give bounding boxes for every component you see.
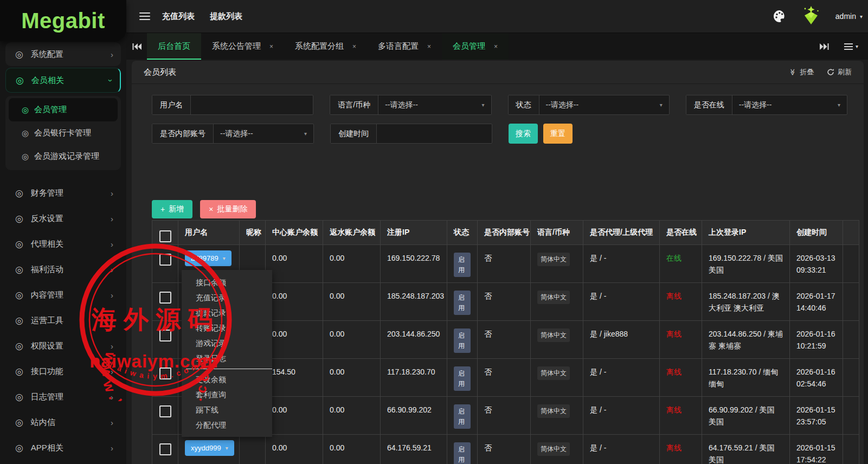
ring-icon: ◎ xyxy=(15,239,23,250)
theme-palette-icon[interactable] xyxy=(773,9,787,23)
row-checkbox[interactable] xyxy=(159,368,171,379)
filter-form: 用户名 语言/币种 --请选择-- ▾ 状态 --请选择-- ▾ xyxy=(132,84,864,144)
tab-member-manage[interactable]: 会员管理 × xyxy=(442,33,509,60)
sidebar-item-agent[interactable]: ◎代理相关› xyxy=(5,232,121,256)
internal-cell: 否 xyxy=(478,397,531,435)
sidebar-item-content[interactable]: ◎内容管理› xyxy=(5,283,121,307)
topbar: 充值列表 提款列表 admin ▾ xyxy=(126,0,868,33)
center-balance-cell: 154.50 xyxy=(266,359,323,397)
sidebar-item-member-game-records[interactable]: ◎ 会员游戏记录管理 xyxy=(9,145,118,168)
close-icon[interactable]: × xyxy=(494,43,498,50)
last-login-ip-cell: 64.176.59.21 / 美国 美国 xyxy=(702,435,790,464)
ring-icon: ◎ xyxy=(15,366,23,377)
ring-icon: ◎ xyxy=(15,188,23,199)
sidebar-item-welfare[interactable]: ◎福利活动› xyxy=(5,257,121,281)
page-title: 会员列表 xyxy=(144,67,176,78)
username-dropdown-button[interactable]: xyydd999▾ xyxy=(185,440,234,456)
close-icon[interactable]: × xyxy=(269,43,273,50)
search-button[interactable]: 搜索 xyxy=(509,124,538,144)
select-all-checkbox[interactable] xyxy=(159,230,171,242)
filter-internal-account[interactable]: 是否内部账号 --请选择-- ▾ xyxy=(152,124,314,144)
topbar-nav: 充值列表 提款列表 xyxy=(162,11,242,22)
table-toolbar: + 新增 × 批量删除 xyxy=(152,200,864,218)
agent-cell: 是 / - xyxy=(583,435,660,464)
add-button[interactable]: + 新增 xyxy=(152,200,192,218)
diamond-icon[interactable] xyxy=(800,5,822,28)
sidebar: Megabit ◎ 系统配置 › ◎ 会员相关 › ◎ 会员管理 ◎ 会员银行卡 xyxy=(0,0,126,464)
menu-item-transfer-records[interactable]: 转账记录 xyxy=(182,320,272,336)
filter-created-time: 创建时间 xyxy=(330,124,492,144)
sidebar-item-rebate[interactable]: ◎反水设置› xyxy=(5,207,121,230)
refresh-button[interactable]: 刷新 xyxy=(827,67,852,77)
chevron-right-icon: › xyxy=(111,265,113,274)
sidebar-toggle-icon[interactable] xyxy=(139,12,150,20)
sidebar-item-site-message[interactable]: ◎站内信› xyxy=(5,410,121,434)
row-checkbox[interactable] xyxy=(159,254,171,266)
created-time-input[interactable] xyxy=(383,129,485,139)
sidebar-item-api-functions[interactable]: ◎接口功能› xyxy=(5,359,121,383)
online-status: 离线 xyxy=(666,405,681,414)
sidebar-submenu-member: ◎ 会员管理 ◎ 会员银行卡管理 ◎ 会员游戏记录管理 xyxy=(5,96,121,170)
menu-item-arbitrage-query[interactable]: 套利查询 xyxy=(182,387,272,402)
sidebar-item-finance[interactable]: ◎财务管理› xyxy=(5,181,121,205)
language-badge: 简体中文 xyxy=(537,253,570,266)
close-icon[interactable]: × xyxy=(352,43,356,50)
tab-options-icon[interactable]: ▾ xyxy=(844,43,858,50)
sidebar-item-operation-tools[interactable]: ◎运营工具› xyxy=(5,308,121,332)
last-login-ip-cell: 66.90.99.202 / 美国 美国 xyxy=(702,397,790,435)
register-ip-cell: 169.150.222.78 xyxy=(381,245,447,283)
tab-dashboard[interactable]: 后台首页 xyxy=(147,33,201,60)
register-ip-cell: 185.248.187.203 xyxy=(381,283,447,321)
menu-item-recharge-records[interactable]: 充值记录 xyxy=(182,290,272,305)
sidebar-item-system-config[interactable]: ◎ 系统配置 › xyxy=(5,42,121,66)
agent-cell: 是 / - xyxy=(583,245,660,283)
filter-status[interactable]: 状态 --请选择-- ▾ xyxy=(508,95,670,115)
menu-item-withdraw-records[interactable]: 提款记录 xyxy=(182,305,272,320)
nav-withdraw-list[interactable]: 提款列表 xyxy=(210,11,242,22)
sidebar-item-logs[interactable]: ◎日志管理› xyxy=(5,385,121,409)
filter-language[interactable]: 语言/币种 --请选择-- ▾ xyxy=(330,95,491,115)
nav-recharge-list[interactable]: 充值列表 xyxy=(162,11,195,22)
reset-button[interactable]: 重置 xyxy=(543,124,573,144)
scroll-tabs-start-icon[interactable] xyxy=(126,33,147,60)
username-dropdown-button[interactable]: a789789▾ xyxy=(185,250,232,266)
last-login-ip-cell: 185.248.187.203 / 澳大利亚 澳大利亚 xyxy=(702,283,790,321)
rebate-balance-cell: 0.00 xyxy=(323,245,381,283)
filter-online[interactable]: 是否在线 --请选择-- ▾ xyxy=(686,95,847,115)
row-checkbox[interactable] xyxy=(159,443,171,455)
menu-item-api-balance[interactable]: 接口余额 xyxy=(182,275,272,290)
tab-announcements[interactable]: 系统公告管理 × xyxy=(201,33,284,60)
username-input[interactable] xyxy=(197,100,306,110)
row-checkbox[interactable] xyxy=(159,405,171,417)
menu-item-assign-agent[interactable]: 分配代理 xyxy=(182,417,272,433)
online-status: 离线 xyxy=(666,330,681,338)
plus-icon: + xyxy=(160,205,165,214)
row-checkbox[interactable] xyxy=(159,330,171,341)
menu-item-game-records[interactable]: 游戏记录 xyxy=(182,336,272,351)
menu-item-change-balance[interactable]: 更改余额 xyxy=(182,372,272,387)
sidebar-item-member-manage[interactable]: ◎ 会员管理 xyxy=(9,98,118,121)
sidebar-item-member-related[interactable]: ◎ 会员相关 › xyxy=(5,68,121,93)
collapse-button[interactable]: ≫ 折叠 xyxy=(789,67,814,77)
tab-multilanguage[interactable]: 多语言配置 × xyxy=(367,33,442,60)
chevron-right-icon: › xyxy=(111,189,113,198)
chevron-right-icon: › xyxy=(111,316,113,325)
sidebar-item-permissions[interactable]: ◎权限设置› xyxy=(5,334,121,358)
brand-logo[interactable]: Megabit xyxy=(0,0,126,41)
menu-item-kick-offline[interactable]: 踢下线 xyxy=(182,402,272,417)
sidebar-item-member-bankcard[interactable]: ◎ 会员银行卡管理 xyxy=(9,121,118,145)
user-menu[interactable]: admin ▾ xyxy=(835,12,863,21)
tab-config-groups[interactable]: 系统配置分组 × xyxy=(284,33,367,60)
sidebar-item-app[interactable]: ◎APP相关› xyxy=(5,436,121,460)
nickname-cell xyxy=(240,435,266,464)
status-badge: 启用 xyxy=(454,442,471,464)
batch-delete-button[interactable]: × 批量删除 xyxy=(200,200,256,218)
table-row: xyydd999▾ 0.00 0.00 64.176.59.21 启用 否 简体… xyxy=(152,435,859,464)
close-icon[interactable]: × xyxy=(427,43,431,50)
ring-icon: ◎ xyxy=(22,105,29,115)
sidebar-item-ad-links[interactable]: ◎广告超链接› xyxy=(5,461,121,464)
status-badge: 启用 xyxy=(454,291,471,315)
scroll-tabs-end-icon[interactable] xyxy=(820,43,829,50)
row-checkbox[interactable] xyxy=(159,292,171,304)
menu-item-login-logs[interactable]: 登录日志 xyxy=(182,351,272,366)
